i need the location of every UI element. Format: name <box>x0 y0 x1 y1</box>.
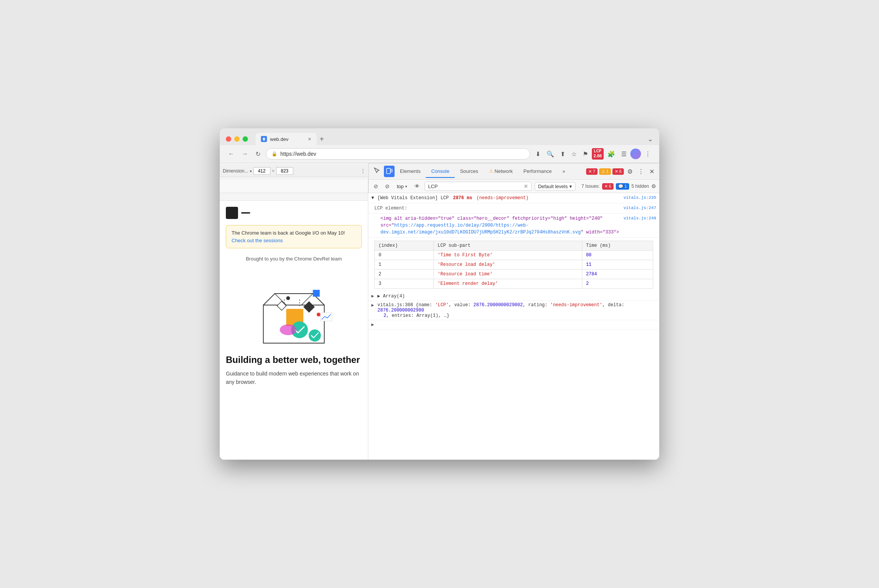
new-tab-button[interactable]: + <box>316 133 327 145</box>
tab-sources[interactable]: Sources <box>455 165 484 178</box>
console-clear-button[interactable]: ⊘ <box>372 182 380 190</box>
console-stop-button[interactable]: ⊘ <box>383 182 392 190</box>
dimension-bar: Dimension... ▾ × ⋮ <box>220 166 368 177</box>
devtools-more-button[interactable]: ⋮ <box>636 166 646 177</box>
lcp-file-ref-1[interactable]: vitals.js:235 <box>623 195 656 201</box>
filter-clear-button[interactable]: ✕ <box>524 183 528 189</box>
lcp-value: 2.88 <box>594 153 602 158</box>
issues-error-badge: ✕ 6 <box>602 183 614 190</box>
tab-console[interactable]: Console <box>426 165 455 178</box>
console-table-wrapper: (index) LCP sub-part Time (ms) 0 'Time t… <box>368 238 659 292</box>
lcp-file-ref-3[interactable]: vitals.js:248 <box>623 215 656 222</box>
table-row: 0 'Time to First Byte' 80 <box>375 251 653 260</box>
lcp-header-label: [Web Vitals Extension] LCP 2876 ms (need… <box>377 195 529 201</box>
lcp-file-ref-4[interactable]: vitals.js:308 <box>377 302 413 308</box>
svg-rect-8 <box>313 290 320 297</box>
dimension-more-button[interactable]: ⋮ <box>361 168 365 174</box>
title-bar: web.dev × + ⌄ <box>220 128 659 145</box>
lcp-img-src-link[interactable]: https://app.requesttly.io/delay/2000/htt… <box>380 223 581 235</box>
horizontal-ruler <box>220 193 368 201</box>
issues-error-count: 6 <box>609 184 611 189</box>
active-tab[interactable]: web.dev × <box>256 133 316 145</box>
array-label: ▶ Array(4) <box>377 294 405 299</box>
error-count: 7 <box>593 169 595 174</box>
hero-heading: Building a better web, together <box>226 355 362 366</box>
notification-link[interactable]: Check out the sessions <box>232 238 283 243</box>
browser-window: web.dev × + ⌄ ← → ↻ 🔒 https://web.dev ⬇ … <box>220 128 659 460</box>
back-button[interactable]: ← <box>226 149 237 159</box>
hidden-label: 5 hidden <box>631 184 649 189</box>
array-expand-arrow[interactable]: ▶ <box>371 293 374 299</box>
levels-selector[interactable]: Default levels ▾ <box>535 182 575 191</box>
width-input[interactable] <box>253 167 270 175</box>
devtools-close-button[interactable]: ✕ <box>647 166 656 177</box>
inspect-element-button[interactable] <box>372 166 382 177</box>
obj-rating-label: , rating: <box>523 302 550 308</box>
cell-index-2: 2 <box>375 270 434 279</box>
dimension-dropdown[interactable]: Dimension... <box>223 168 248 174</box>
error-badge2: ✕ 6 <box>612 168 624 175</box>
bookmark-button[interactable]: ☆ <box>569 149 579 160</box>
filter-input-wrap: ✕ <box>425 182 532 191</box>
reload-button[interactable]: ↻ <box>253 149 263 159</box>
error-icon2: ✕ <box>615 169 618 174</box>
sidebar-toggle-button[interactable]: ☰ <box>619 149 629 160</box>
console-entry-lcp-element: vitals.js:247 LCP element: <box>368 203 659 214</box>
tab-network[interactable]: ⚠ Network <box>484 165 518 178</box>
issues-gear-icon[interactable]: ⚙ <box>651 183 656 189</box>
url-text: https://web.dev <box>280 151 524 157</box>
search-button[interactable]: 🔍 <box>544 149 556 160</box>
lcp-needs-label: (needs-improvement) <box>476 195 529 201</box>
issues-label: 7 Issues: <box>582 184 600 189</box>
error-icon: ✕ <box>588 169 592 174</box>
height-input[interactable] <box>276 167 293 175</box>
levels-arrow: ▾ <box>569 184 572 189</box>
download-button[interactable]: ⬇ <box>533 149 543 160</box>
devtools-right-actions: ✕ 7 ⚠ 1 ✕ 6 ⚙ ⋮ ✕ <box>586 164 656 179</box>
context-selector[interactable]: top ▾ <box>395 182 409 190</box>
obj-expand-arrow[interactable]: ▶ <box>371 302 374 308</box>
cell-subpart-1: 'Resource load delay' <box>434 260 582 270</box>
nav-actions: ⬇ 🔍 ⬆ ☆ ⚑ LCP 2.88 🧩 ☰ ⋮ <box>533 148 653 159</box>
tabs-bar: web.dev × + <box>256 133 643 145</box>
table-row: 2 'Resource load time' 2784 <box>375 270 653 279</box>
illustration <box>226 271 362 347</box>
cell-subpart-0: 'Time to First Byte' <box>434 251 582 260</box>
more-menu-button[interactable]: ⋮ <box>642 149 653 160</box>
obj-value-label: , value: <box>449 302 473 308</box>
eye-button[interactable]: 👁 <box>412 182 422 190</box>
console-caret-icon[interactable]: ▶ <box>371 322 374 328</box>
forward-button[interactable]: → <box>240 149 250 159</box>
issues-info-badge: 💬 1 <box>616 183 629 190</box>
svg-point-6 <box>280 324 297 335</box>
address-bar[interactable]: 🔒 https://web.dev <box>266 148 530 160</box>
share-button[interactable]: ⬆ <box>558 149 567 160</box>
lcp-expand-arrow[interactable]: ▼ <box>371 195 374 201</box>
close-traffic-light[interactable] <box>226 136 231 142</box>
cell-subpart-3: 'Element render delay' <box>434 279 582 289</box>
minimize-traffic-light[interactable] <box>234 136 240 142</box>
filter-input[interactable] <box>428 184 521 189</box>
lcp-file-ref-2[interactable]: vitals.js:247 <box>623 205 656 211</box>
cell-index-0: 0 <box>375 251 434 260</box>
tab-favicon <box>261 136 267 142</box>
tab-close-button[interactable]: × <box>308 136 311 142</box>
tab-elements[interactable]: Elements <box>395 165 426 178</box>
dimension-arrow[interactable]: ▾ <box>250 169 252 173</box>
avatar[interactable] <box>630 149 641 159</box>
team-credit: Brought to you by the Chrome DevRel team <box>226 256 362 262</box>
issues-bar: 7 Issues: ✕ 6 💬 1 5 hidden ⚙ <box>582 183 656 190</box>
more-tabs-button[interactable]: ⌄ <box>647 135 653 143</box>
tab-more[interactable]: » <box>557 165 571 178</box>
warn-count: 1 <box>606 169 609 174</box>
tab-performance[interactable]: Performance <box>518 165 557 178</box>
extensions-button[interactable]: 🧩 <box>605 149 617 160</box>
device-toolbar-button[interactable] <box>384 166 395 177</box>
maximize-traffic-light[interactable] <box>243 136 248 142</box>
svg-rect-0 <box>387 168 390 174</box>
devtools-settings-button[interactable]: ⚙ <box>625 166 634 177</box>
lock-icon: 🔒 <box>272 151 277 157</box>
flag-button[interactable]: ⚑ <box>580 149 590 160</box>
devtools-console: ▼ vitals.js:235 [Web Vitals Extension] L… <box>368 193 659 460</box>
cell-time-0: 80 <box>582 251 653 260</box>
